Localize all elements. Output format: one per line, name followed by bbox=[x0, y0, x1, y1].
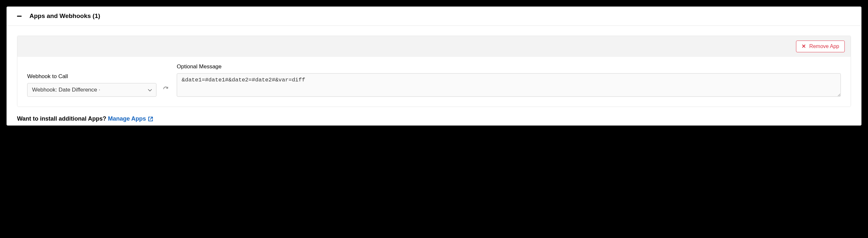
card-body: Webhook to Call Webhook: Date Difference… bbox=[17, 57, 851, 107]
webhook-label: Webhook to Call bbox=[27, 73, 156, 80]
message-label: Optional Message bbox=[177, 63, 841, 70]
webhook-select-wrapper: Webhook: Date Difference · bbox=[27, 83, 156, 97]
webhook-field-group: Webhook to Call Webhook: Date Difference… bbox=[27, 63, 169, 97]
manage-apps-link[interactable]: Manage Apps bbox=[108, 115, 153, 122]
remove-app-button[interactable]: ✕ Remove App bbox=[796, 40, 845, 52]
refresh-icon[interactable] bbox=[162, 86, 169, 94]
webhook-field: Webhook to Call Webhook: Date Difference… bbox=[27, 73, 156, 97]
card-header: ✕ Remove App bbox=[17, 36, 851, 57]
panel: Apps and Webhooks (1) ✕ Remove App Webho… bbox=[6, 6, 862, 126]
close-icon: ✕ bbox=[802, 44, 806, 49]
content: ✕ Remove App Webhook to Call Webhook: Da… bbox=[6, 26, 862, 107]
remove-app-label: Remove App bbox=[809, 43, 839, 49]
manage-apps-label: Manage Apps bbox=[108, 115, 146, 122]
section-title: Apps and Webhooks (1) bbox=[29, 12, 100, 20]
message-textarea[interactable] bbox=[177, 73, 841, 97]
external-link-icon bbox=[148, 116, 153, 122]
app-card: ✕ Remove App Webhook to Call Webhook: Da… bbox=[17, 36, 851, 107]
webhook-select[interactable]: Webhook: Date Difference · bbox=[27, 83, 156, 97]
footer-question: Want to install additional Apps? bbox=[17, 115, 108, 122]
section-header[interactable]: Apps and Webhooks (1) bbox=[6, 6, 862, 26]
message-field: Optional Message bbox=[177, 63, 841, 97]
footer: Want to install additional Apps? Manage … bbox=[6, 107, 862, 126]
collapse-icon[interactable] bbox=[17, 16, 22, 17]
